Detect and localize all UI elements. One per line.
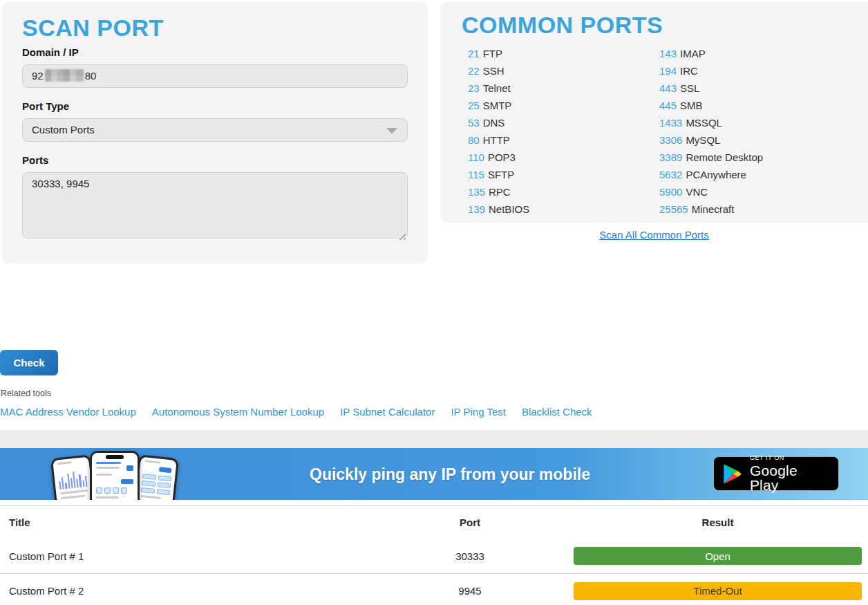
results-header-row: Title Port Result <box>0 506 868 539</box>
common-port-item: 445SMB <box>659 97 763 114</box>
common-port-item: 139NetBIOS <box>468 201 529 218</box>
common-port-number: 135 <box>468 186 485 198</box>
common-port-name: MySQL <box>686 134 720 146</box>
domain-input[interactable]: 9280 <box>22 64 408 88</box>
common-port-number: 443 <box>659 82 677 94</box>
common-port-name: SMB <box>680 100 703 111</box>
result-title: Custom Port # 2 <box>0 585 387 597</box>
check-button[interactable]: Check <box>0 350 58 375</box>
common-port-item: 21FTP <box>468 45 529 62</box>
common-port-number: 5632 <box>659 169 682 180</box>
common-port-item: 5632PCAnywhere <box>659 166 763 183</box>
result-port: 9945 <box>387 585 553 597</box>
common-ports-right-column: 143IMAP194IRC443SSL445SMB1433MSSQL3306My… <box>659 45 763 218</box>
port-type-select[interactable]: Custom Ports <box>22 118 408 142</box>
common-port-number: 3389 <box>659 151 682 163</box>
scan-all-common-ports-link[interactable]: Scan All Common Ports <box>599 229 708 241</box>
related-tool-link[interactable]: Autonomous System Number Lookup <box>152 406 324 418</box>
header-result: Result <box>553 516 868 528</box>
result-row: Custom Port # 29945Timed-Out <box>0 573 868 605</box>
result-status-cell: Timed-Out <box>553 582 868 600</box>
common-port-number: 445 <box>659 100 677 111</box>
common-port-item: 110POP3 <box>468 149 529 166</box>
common-port-number: 143 <box>659 48 677 59</box>
scan-port-title: SCAN PORT <box>22 15 164 41</box>
common-port-name: FTP <box>483 48 502 59</box>
common-port-number: 110 <box>468 151 484 163</box>
ports-textarea[interactable]: 30333, 9945 <box>22 172 408 239</box>
common-port-number: 25 <box>468 100 480 111</box>
common-port-name: Telnet <box>483 82 511 94</box>
common-ports-card: COMMON PORTS 21FTP22SSH23Telnet25SMTP53D… <box>440 2 868 223</box>
related-tool-link[interactable]: IP Subnet Calculator <box>340 406 435 418</box>
common-port-number: 3306 <box>659 134 682 146</box>
common-port-number: 80 <box>468 134 480 146</box>
common-port-name: SSL <box>680 82 699 94</box>
google-play-label: Google Play <box>750 463 830 492</box>
common-port-number: 139 <box>468 203 485 215</box>
common-port-number: 25565 <box>659 203 688 215</box>
common-port-number: 53 <box>468 117 480 129</box>
redacted-ip-segment <box>45 69 84 82</box>
google-play-icon <box>722 463 743 485</box>
footer-divider-strip <box>0 430 868 448</box>
header-port: Port <box>387 516 553 528</box>
domain-value-end: 80 <box>85 70 97 82</box>
header-title: Title <box>0 516 387 528</box>
common-port-name: MSSQL <box>686 117 722 129</box>
common-port-name: SMTP <box>483 100 512 111</box>
mobile-app-banner: Quickly ping any IP from your mobile GET… <box>0 448 868 500</box>
common-port-number: 194 <box>659 65 677 77</box>
common-port-item: 25SMTP <box>468 97 529 114</box>
common-ports-title: COMMON PORTS <box>462 12 663 39</box>
common-port-name: SFTP <box>488 169 514 180</box>
common-port-item: 3306MySQL <box>659 131 763 149</box>
common-port-number: 1433 <box>659 117 682 129</box>
common-port-name: PCAnywhere <box>686 169 746 180</box>
common-port-item: 25565Minecraft <box>659 201 763 218</box>
google-play-get-it-on: GET IT ON <box>750 455 830 461</box>
common-port-name: VNC <box>686 186 708 198</box>
google-play-badge[interactable]: GET IT ON Google Play <box>713 456 839 491</box>
related-tool-link[interactable]: MAC Address Vendor Lookup <box>0 406 136 418</box>
related-tools-label: Related tools <box>1 389 51 398</box>
domain-value-start: 92 <box>32 70 44 82</box>
common-port-name: POP3 <box>488 151 516 163</box>
port-type-label: Port Type <box>22 100 69 112</box>
common-port-name: NetBIOS <box>489 203 529 215</box>
common-port-item: 22SSH <box>468 62 529 80</box>
scan-port-card: SCAN PORT Domain / IP 9280 Port Type Cus… <box>2 2 428 263</box>
banner-headline: Quickly ping any IP from your mobile <box>310 465 590 483</box>
common-port-item: 3389Remote Desktop <box>659 149 763 166</box>
related-tool-link[interactable]: Blacklist Check <box>522 406 592 418</box>
common-ports-left-column: 21FTP22SSH23Telnet25SMTP53DNS80HTTP110PO… <box>468 45 529 218</box>
common-port-item: 1433MSSQL <box>659 114 763 131</box>
common-port-name: HTTP <box>483 134 510 146</box>
common-port-name: Remote Desktop <box>686 151 763 163</box>
related-tool-link[interactable]: IP Ping Test <box>451 406 506 418</box>
result-row: Custom Port # 130333Open <box>0 539 868 573</box>
common-port-number: 23 <box>468 82 480 94</box>
results-table: Title Port Result Custom Port # 130333Op… <box>0 505 868 605</box>
result-status-badge: Timed-Out <box>574 582 862 600</box>
common-port-name: IMAP <box>680 48 706 59</box>
ports-label: Ports <box>22 154 48 166</box>
common-port-number: 22 <box>468 65 480 77</box>
common-port-item: 53DNS <box>468 114 529 131</box>
common-port-name: RPC <box>489 186 511 198</box>
port-type-value: Custom Ports <box>32 124 95 136</box>
common-port-item: 194IRC <box>659 62 763 80</box>
common-port-item: 135RPC <box>468 183 529 201</box>
common-port-name: SSH <box>483 65 504 77</box>
domain-ip-label: Domain / IP <box>22 46 79 58</box>
common-port-item: 80HTTP <box>468 131 529 149</box>
result-status-badge: Open <box>574 547 862 565</box>
phone-mockup-center <box>90 451 140 500</box>
related-tools-links: MAC Address Vendor LookupAutonomous Syst… <box>0 406 592 418</box>
common-port-item: 443SSL <box>659 80 763 97</box>
common-port-number: 115 <box>468 169 484 180</box>
result-title: Custom Port # 1 <box>0 550 387 562</box>
common-port-name: DNS <box>483 117 505 129</box>
common-port-item: 115SFTP <box>468 166 529 183</box>
common-port-number: 21 <box>468 48 480 59</box>
